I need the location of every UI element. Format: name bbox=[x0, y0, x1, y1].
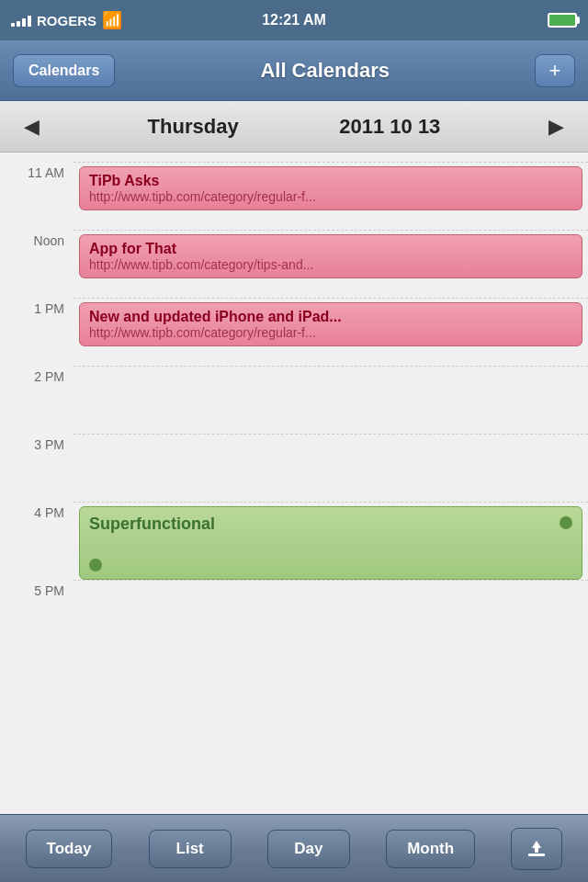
time-label-2pm: 2 PM bbox=[0, 366, 74, 384]
today-tab[interactable]: Today bbox=[26, 830, 113, 868]
event-new-updated[interactable]: New and updated iPhone and iPad... http:… bbox=[79, 302, 582, 346]
signal-bar-4 bbox=[28, 16, 31, 27]
time-label-noon: Noon bbox=[0, 230, 74, 248]
time-label-3pm: 3 PM bbox=[0, 434, 74, 452]
time-label-1pm: 1 PM bbox=[0, 298, 74, 316]
time-row-3pm: 3 PM bbox=[0, 434, 588, 502]
time-row-11am: 11 AM TiPb Asks http://www.tipb.com/cate… bbox=[0, 162, 588, 230]
wifi-icon: 📶 bbox=[102, 10, 122, 30]
time-content-2pm bbox=[74, 366, 588, 434]
list-tab[interactable]: List bbox=[149, 830, 232, 868]
event-superfunctional-title: Superfunctional bbox=[89, 514, 572, 534]
date-label: 2011 10 13 bbox=[339, 115, 440, 139]
time-label-5pm: 5 PM bbox=[0, 580, 74, 598]
nav-bar: Calendars All Calendars + bbox=[0, 40, 588, 101]
battery-icon bbox=[548, 13, 577, 28]
add-event-button[interactable]: + bbox=[535, 54, 575, 87]
status-time: 12:21 AM bbox=[262, 12, 326, 28]
calendar-body: 11 AM TiPb Asks http://www.tipb.com/cate… bbox=[0, 153, 588, 814]
event-app-for-that-url: http://www.tipb.com/category/tips-and... bbox=[89, 257, 572, 272]
event-green-dot-bottom bbox=[89, 559, 102, 571]
time-content-3pm bbox=[74, 434, 588, 502]
event-superfunctional[interactable]: Superfunctional bbox=[79, 506, 582, 580]
export-button[interactable] bbox=[511, 828, 562, 870]
event-app-for-that[interactable]: App for That http://www.tipb.com/categor… bbox=[79, 234, 582, 278]
tab-bar: Today List Day Month bbox=[0, 814, 588, 882]
svg-rect-0 bbox=[528, 854, 545, 856]
status-right bbox=[548, 13, 577, 28]
event-tipb-asks-title: TiPb Asks bbox=[89, 173, 572, 189]
event-app-for-that-title: App for That bbox=[89, 241, 572, 257]
time-row-noon: Noon App for That http://www.tipb.com/ca… bbox=[0, 230, 588, 298]
time-content-4pm: Superfunctional bbox=[74, 502, 588, 580]
month-tab[interactable]: Month bbox=[386, 830, 475, 868]
time-row-5pm: 5 PM bbox=[0, 580, 588, 648]
time-content-1pm: New and updated iPhone and iPad... http:… bbox=[74, 298, 588, 366]
event-new-updated-url: http://www.tipb.com/category/regular-f..… bbox=[89, 325, 572, 340]
status-left: ROGERS 📶 bbox=[11, 10, 122, 30]
event-tipb-asks-url: http://www.tipb.com/category/regular-f..… bbox=[89, 189, 572, 204]
signal-bar-3 bbox=[22, 18, 26, 27]
export-icon bbox=[526, 839, 547, 859]
svg-marker-1 bbox=[532, 841, 541, 853]
next-day-button[interactable]: ▶ bbox=[541, 115, 571, 139]
time-content-noon: App for That http://www.tipb.com/categor… bbox=[74, 230, 588, 298]
nav-title: All Calendars bbox=[260, 59, 390, 83]
day-tab[interactable]: Day bbox=[267, 830, 350, 868]
time-label-11am: 11 AM bbox=[0, 162, 74, 180]
time-label-4pm: 4 PM bbox=[0, 502, 74, 520]
signal-bar-2 bbox=[17, 21, 20, 27]
time-content-5pm bbox=[74, 580, 588, 648]
time-row-1pm: 1 PM New and updated iPhone and iPad... … bbox=[0, 298, 588, 366]
prev-day-button[interactable]: ◀ bbox=[17, 115, 47, 139]
carrier-label: ROGERS bbox=[37, 13, 96, 28]
event-green-dot-top bbox=[560, 516, 572, 529]
time-content-11am: TiPb Asks http://www.tipb.com/category/r… bbox=[74, 162, 588, 230]
date-nav: ◀ Thursday 2011 10 13 ▶ bbox=[0, 101, 588, 153]
event-tipb-asks[interactable]: TiPb Asks http://www.tipb.com/category/r… bbox=[79, 166, 582, 210]
status-bar: ROGERS 📶 12:21 AM bbox=[0, 0, 588, 40]
time-row-4pm: 4 PM Superfunctional bbox=[0, 502, 588, 580]
signal-bars bbox=[11, 14, 31, 27]
time-row-2pm: 2 PM bbox=[0, 366, 588, 434]
calendars-button[interactable]: Calendars bbox=[13, 54, 115, 87]
event-new-updated-title: New and updated iPhone and iPad... bbox=[89, 309, 572, 325]
day-name-label: Thursday bbox=[148, 115, 239, 139]
signal-bar-1 bbox=[11, 23, 15, 27]
